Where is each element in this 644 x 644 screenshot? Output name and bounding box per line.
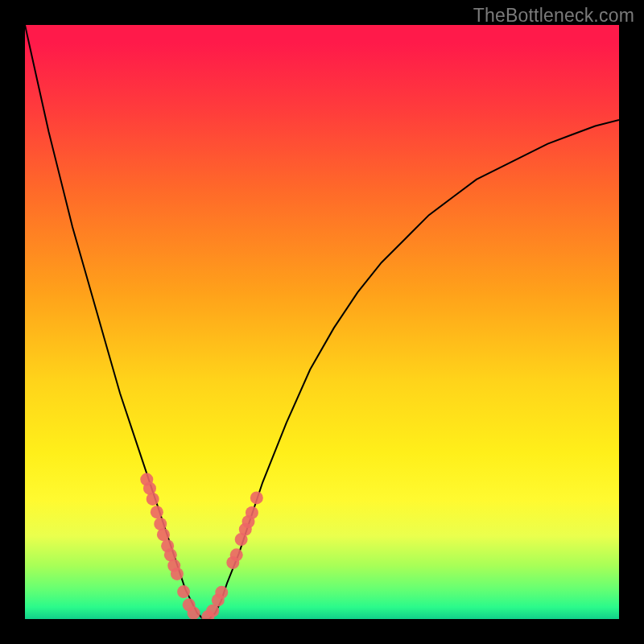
data-marker: [157, 528, 170, 541]
data-marker: [230, 548, 243, 561]
data-marker: [151, 506, 163, 518]
data-marker: [171, 568, 184, 580]
plot-area: [25, 25, 619, 619]
data-marker: [250, 491, 263, 504]
marker-group: [140, 473, 263, 619]
data-marker: [246, 506, 258, 519]
bottleneck-curve: [25, 25, 619, 619]
chart-svg: [25, 25, 619, 619]
chart-container: TheBottleneck.com: [0, 0, 644, 644]
data-marker: [215, 586, 228, 599]
data-marker: [177, 585, 190, 598]
watermark-text: TheBottleneck.com: [473, 5, 634, 27]
data-marker: [188, 607, 200, 619]
data-marker: [147, 493, 159, 506]
